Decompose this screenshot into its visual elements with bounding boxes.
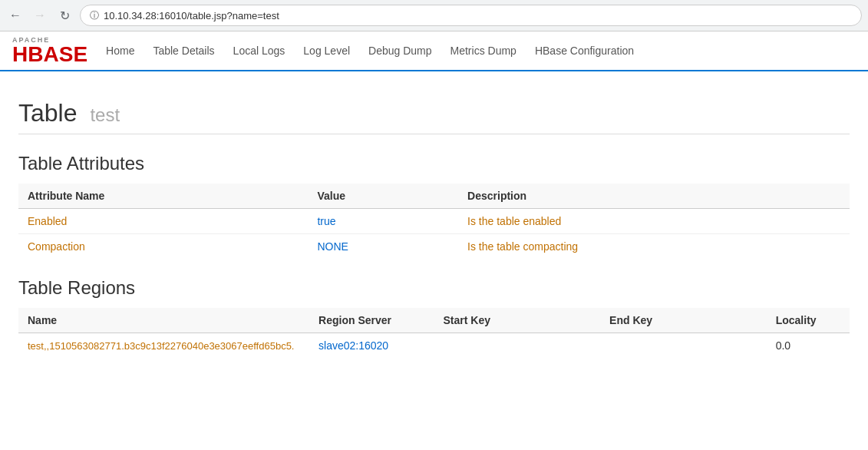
col-start-key: Start Key: [434, 308, 600, 333]
hbase-logo-e: E: [73, 42, 87, 66]
hbase-logo-b: B: [28, 42, 43, 66]
page-title-text: Table: [18, 99, 78, 127]
nav-metrics-dump[interactable]: Metrics Dump: [451, 45, 517, 57]
table-attributes-table: Attribute Name Value Description Enabled…: [18, 184, 850, 259]
table-attributes-title: Table Attributes: [18, 153, 850, 174]
page-title-section: Table test: [18, 87, 850, 134]
back-button[interactable]: ←: [6, 6, 25, 25]
logo: APACHE HBASE: [12, 36, 87, 65]
table-regions-section: Table Regions Name Region Server Start K…: [18, 277, 850, 358]
nav-links: Home Table Details Local Logs Log Level …: [106, 45, 634, 57]
page-title: Table test: [18, 99, 850, 127]
region-end-key: [600, 333, 767, 359]
region-start-key: [434, 333, 600, 359]
nav-home[interactable]: Home: [106, 45, 134, 57]
col-attribute-name: Attribute Name: [18, 184, 308, 209]
nav-hbase-config[interactable]: HBase Configuration: [535, 45, 634, 57]
address-bar[interactable]: ⓘ 10.10.34.28:16010/table.jsp?name=test: [80, 5, 862, 26]
hbase-logo-a: A: [43, 42, 58, 66]
main-content: Table test Table Attributes Attribute Na…: [0, 71, 868, 392]
logo-area: APACHE HBASE: [12, 36, 87, 65]
forward-button[interactable]: →: [31, 6, 49, 25]
table-regions-table: Name Region Server Start Key End Key Loc…: [18, 308, 850, 358]
table-attributes-section: Table Attributes Attribute Name Value De…: [18, 153, 850, 259]
region-server-link[interactable]: slave02:16020: [318, 339, 388, 352]
browser-toolbar: ← → ↻ ⓘ 10.10.34.28:16010/table.jsp?name…: [0, 0, 868, 31]
region-locality: 0.0: [767, 333, 850, 359]
col-value: Value: [308, 184, 458, 209]
attr-value-compaction: NONE: [308, 234, 458, 260]
hbase-logo-s: S: [59, 42, 74, 66]
attr-value-enabled: true: [308, 209, 458, 234]
lock-icon: ⓘ: [90, 9, 99, 22]
table-attributes-header-row: Attribute Name Value Description: [18, 184, 850, 209]
col-description: Description: [458, 184, 850, 209]
attr-name-compaction: Compaction: [18, 234, 308, 260]
col-locality: Locality: [767, 308, 850, 333]
table-regions-header-row: Name Region Server Start Key End Key Loc…: [18, 308, 850, 333]
table-row: Enabled true Is the table enabled: [18, 209, 850, 234]
col-region-server: Region Server: [309, 308, 434, 333]
nav-table-details[interactable]: Table Details: [153, 45, 214, 57]
nav-log-level[interactable]: Log Level: [303, 45, 350, 57]
table-name: test: [90, 104, 120, 125]
top-nav: APACHE HBASE Home Table Details Local Lo…: [0, 31, 868, 71]
attr-name-enabled: Enabled: [18, 209, 308, 234]
nav-debug-dump[interactable]: Debug Dump: [368, 45, 432, 57]
col-end-key: End Key: [600, 308, 767, 333]
hbase-logo-h: H: [12, 42, 28, 66]
attr-desc-compaction: Is the table compacting: [458, 234, 850, 260]
table-row: test,,1510563082771.b3c9c13f2276040e3e30…: [18, 333, 850, 359]
browser-chrome: ← → ↻ ⓘ 10.10.34.28:16010/table.jsp?name…: [0, 0, 868, 31]
reload-button[interactable]: ↻: [55, 6, 74, 25]
url-text: 10.10.34.28:16010/table.jsp?name=test: [104, 10, 279, 22]
region-server-cell: slave02:16020: [309, 333, 434, 359]
hbase-logo: HBASE: [12, 44, 87, 65]
table-row: Compaction NONE Is the table compacting: [18, 234, 850, 260]
nav-local-logs[interactable]: Local Logs: [233, 45, 285, 57]
attr-desc-enabled: Is the table enabled: [458, 209, 850, 234]
table-regions-title: Table Regions: [18, 277, 850, 299]
region-name: test,,1510563082771.b3c9c13f2276040e3e30…: [18, 333, 309, 359]
col-name: Name: [18, 308, 309, 333]
